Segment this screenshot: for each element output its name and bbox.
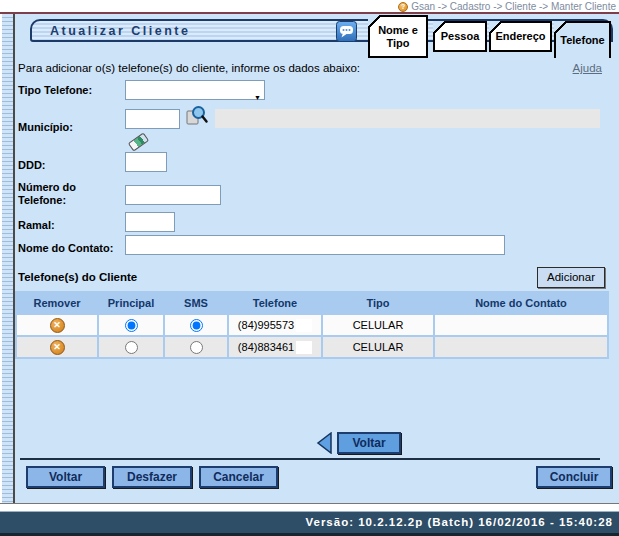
municipio-name-field: [215, 109, 600, 128]
breadcrumb: Gsan -> Cadastro -> Cliente -> Manter Cl…: [398, 1, 616, 12]
page-title: Atualizar Cliente: [50, 24, 190, 38]
table-row: (84)883461 CELULAR: [17, 337, 607, 357]
table-header-row: Remover Principal SMS Telefone Tipo Nome…: [17, 293, 607, 313]
tipo-cell: CELULAR: [323, 315, 433, 335]
table-row: (84)995573 CELULAR: [17, 315, 607, 335]
desfazer-button[interactable]: Desfazer: [112, 466, 192, 488]
footer-separator-band: [0, 503, 619, 512]
breadcrumb-strip: Gsan -> Cadastro -> Cliente -> Manter Cl…: [0, 0, 619, 12]
adicionar-button[interactable]: Adicionar: [537, 267, 605, 288]
tab-fold-decoration: [489, 21, 502, 34]
column-header-telefone: Telefone: [229, 293, 321, 313]
column-header-sms: SMS: [165, 293, 227, 313]
column-header-tipo: Tipo: [323, 293, 433, 313]
tipo-telefone-label: Tipo Telefone:: [18, 84, 118, 96]
municipio-label: Município:: [18, 121, 118, 133]
municipio-code-input[interactable]: [125, 109, 180, 129]
tab-pessoa[interactable]: Pessoa: [433, 21, 487, 52]
tab-endereco[interactable]: Endereço: [489, 21, 552, 52]
sms-radio[interactable]: [190, 341, 203, 354]
phones-table: Remover Principal SMS Telefone Tipo Nome…: [15, 291, 609, 359]
column-header-principal: Principal: [99, 293, 163, 313]
redaction-box: [296, 341, 312, 354]
nome-contato-cell: [435, 315, 607, 335]
atualizar-cliente-window: Gsan -> Cadastro -> Cliente -> Manter Cl…: [0, 0, 619, 536]
cancelar-button[interactable]: Cancelar: [199, 466, 278, 488]
telefone-cell: (84)883461: [229, 337, 321, 357]
ajuda-link[interactable]: Ajuda: [573, 62, 602, 74]
sms-radio[interactable]: [190, 319, 203, 332]
version-footer-bar: Versão: 10.2.12.2p (Batch) 16/02/2016 - …: [0, 512, 619, 536]
voltar-button[interactable]: Voltar: [26, 466, 105, 488]
tipo-telefone-select-wrap: [125, 80, 265, 100]
column-header-nome-contato: Nome do Contato: [435, 293, 607, 313]
nome-contato-cell: [435, 337, 607, 357]
tipo-cell: CELULAR: [323, 337, 433, 357]
numero-telefone-label: Número do Telefone:: [18, 181, 103, 207]
tab-telefone-active[interactable]: Telefone: [554, 21, 611, 58]
concluir-button[interactable]: Concluir: [536, 466, 612, 488]
principal-radio[interactable]: [125, 319, 138, 332]
phones-section-title: Telefone(s) do Cliente: [18, 271, 137, 283]
actions-divider-line: [20, 458, 600, 460]
voltar-nav-button[interactable]: Voltar: [337, 432, 401, 454]
left-ruled-border: [0, 14, 15, 503]
remove-phone-icon[interactable]: [50, 340, 65, 355]
telefone-cell: (84)995573: [229, 315, 321, 335]
version-text: Versão: 10.2.12.2p (Batch) 16/02/2016 - …: [305, 516, 613, 528]
ramal-input[interactable]: [125, 212, 175, 232]
ddd-input[interactable]: [125, 152, 167, 172]
tab-label: Endereço: [495, 30, 545, 43]
principal-radio[interactable]: [125, 341, 138, 354]
ddd-label: DDD:: [18, 159, 118, 171]
instruction-text: Para adicionar o(s) telefone(s) do clien…: [18, 62, 360, 74]
redaction-box: [296, 319, 312, 332]
tab-label: Pessoa: [441, 30, 480, 43]
tab-label: Telefone: [560, 34, 604, 47]
tipo-telefone-select[interactable]: [125, 80, 265, 100]
numero-telefone-input[interactable]: [125, 185, 221, 205]
back-arrow-icon[interactable]: [316, 432, 333, 458]
gsan-help-icon: [398, 2, 408, 12]
column-header-remover: Remover: [17, 293, 97, 313]
breadcrumb-path: Gsan -> Cadastro -> Cliente -> Manter Cl…: [411, 1, 616, 12]
search-magnifier-icon[interactable]: [186, 104, 209, 131]
ramal-label: Ramal:: [18, 219, 118, 231]
tab-fold-decoration: [554, 21, 567, 34]
chat-bubble-icon[interactable]: [336, 21, 357, 46]
remove-phone-icon[interactable]: [50, 318, 65, 333]
tab-fold-decoration: [368, 15, 381, 28]
tab-nome-e-tipo[interactable]: Nome e Tipo: [368, 15, 428, 58]
nome-contato-label: Nome do Contato:: [18, 242, 118, 254]
tab-fold-decoration: [433, 21, 446, 34]
nome-contato-input[interactable]: [125, 235, 505, 255]
